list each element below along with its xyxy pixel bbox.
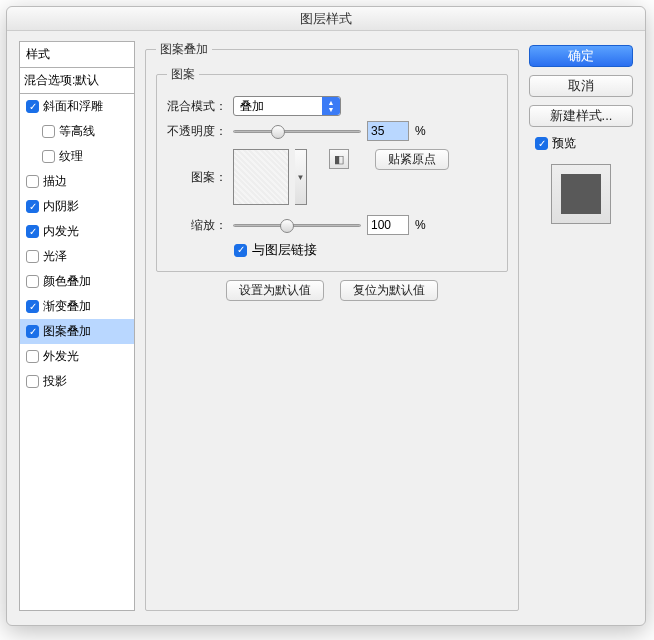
style-checkbox[interactable] (26, 300, 39, 313)
style-checkbox[interactable] (42, 125, 55, 138)
style-label: 投影 (43, 373, 67, 390)
pattern-overlay-legend: 图案叠加 (156, 41, 212, 58)
style-label: 内阴影 (43, 198, 79, 215)
style-label: 纹理 (59, 148, 83, 165)
titlebar: 图层样式 (7, 7, 645, 31)
scale-input[interactable] (367, 215, 409, 235)
style-label: 等高线 (59, 123, 95, 140)
preview-inner (561, 174, 601, 214)
pattern-swatch[interactable] (233, 149, 289, 205)
opacity-input[interactable] (367, 121, 409, 141)
center-panel: 图案叠加 图案 混合模式： 叠加 ▲▼ 不透明度： (145, 41, 519, 611)
style-checkbox[interactable] (26, 100, 39, 113)
blend-mode-label: 混合模式： (167, 98, 227, 115)
style-item-11[interactable]: 投影 (20, 369, 134, 394)
blend-mode-combo[interactable]: 叠加 ▲▼ (233, 96, 341, 116)
window-title: 图层样式 (300, 10, 352, 28)
percent-label: % (415, 124, 426, 138)
style-checkbox[interactable] (26, 350, 39, 363)
style-label: 斜面和浮雕 (43, 98, 103, 115)
pattern-label: 图案： (167, 149, 227, 186)
percent-label-2: % (415, 218, 426, 232)
pattern-dropdown[interactable]: ▼ (295, 149, 307, 205)
styles-header[interactable]: 样式 (19, 41, 135, 67)
scale-slider[interactable] (233, 218, 361, 232)
snap-origin-button[interactable]: 贴紧原点 (375, 149, 449, 170)
style-label: 颜色叠加 (43, 273, 91, 290)
style-label: 图案叠加 (43, 323, 91, 340)
style-checkbox[interactable] (26, 250, 39, 263)
style-item-8[interactable]: 渐变叠加 (20, 294, 134, 319)
style-checkbox[interactable] (26, 325, 39, 338)
style-item-6[interactable]: 光泽 (20, 244, 134, 269)
style-item-1[interactable]: 等高线 (20, 119, 134, 144)
pattern-legend: 图案 (167, 66, 199, 83)
cancel-button[interactable]: 取消 (529, 75, 633, 97)
style-label: 光泽 (43, 248, 67, 265)
updown-arrows-icon: ▲▼ (322, 97, 340, 115)
style-item-7[interactable]: 颜色叠加 (20, 269, 134, 294)
set-default-button[interactable]: 设置为默认值 (226, 280, 324, 301)
style-checkbox[interactable] (26, 375, 39, 388)
style-item-0[interactable]: 斜面和浮雕 (20, 94, 134, 119)
preview-label: 预览 (552, 135, 576, 152)
style-label: 内发光 (43, 223, 79, 240)
styles-list: 斜面和浮雕等高线纹理描边内阴影内发光光泽颜色叠加渐变叠加图案叠加外发光投影 (19, 94, 135, 611)
style-item-5[interactable]: 内发光 (20, 219, 134, 244)
pattern-fieldset: 图案 混合模式： 叠加 ▲▼ 不透明度： (156, 66, 508, 272)
dialog-body: 样式 混合选项:默认 斜面和浮雕等高线纹理描边内阴影内发光光泽颜色叠加渐变叠加图… (7, 31, 645, 625)
create-pattern-icon[interactable]: ◧ (329, 149, 349, 169)
link-with-layer-checkbox[interactable] (234, 244, 247, 257)
style-item-10[interactable]: 外发光 (20, 344, 134, 369)
style-item-9[interactable]: 图案叠加 (20, 319, 134, 344)
new-style-button[interactable]: 新建样式... (529, 105, 633, 127)
style-checkbox[interactable] (26, 200, 39, 213)
layer-style-dialog: 图层样式 样式 混合选项:默认 斜面和浮雕等高线纹理描边内阴影内发光光泽颜色叠加… (6, 6, 646, 626)
style-checkbox[interactable] (26, 275, 39, 288)
ok-button[interactable]: 确定 (529, 45, 633, 67)
style-item-4[interactable]: 内阴影 (20, 194, 134, 219)
blend-mode-value: 叠加 (240, 98, 264, 115)
style-checkbox[interactable] (42, 150, 55, 163)
styles-panel: 样式 混合选项:默认 斜面和浮雕等高线纹理描边内阴影内发光光泽颜色叠加渐变叠加图… (19, 41, 135, 611)
style-label: 渐变叠加 (43, 298, 91, 315)
style-item-2[interactable]: 纹理 (20, 144, 134, 169)
opacity-label: 不透明度： (167, 123, 227, 140)
pattern-overlay-fieldset: 图案叠加 图案 混合模式： 叠加 ▲▼ 不透明度： (145, 41, 519, 611)
style-checkbox[interactable] (26, 225, 39, 238)
right-panel: 确定 取消 新建样式... 预览 (529, 41, 633, 611)
style-item-3[interactable]: 描边 (20, 169, 134, 194)
scale-label: 缩放： (167, 217, 227, 234)
blend-options-default[interactable]: 混合选项:默认 (19, 67, 135, 94)
preview-checkbox[interactable] (535, 137, 548, 150)
style-label: 外发光 (43, 348, 79, 365)
link-with-layer-label: 与图层链接 (252, 241, 317, 259)
reset-default-button[interactable]: 复位为默认值 (340, 280, 438, 301)
preview-swatch (551, 164, 611, 224)
style-label: 描边 (43, 173, 67, 190)
style-checkbox[interactable] (26, 175, 39, 188)
opacity-slider[interactable] (233, 124, 361, 138)
